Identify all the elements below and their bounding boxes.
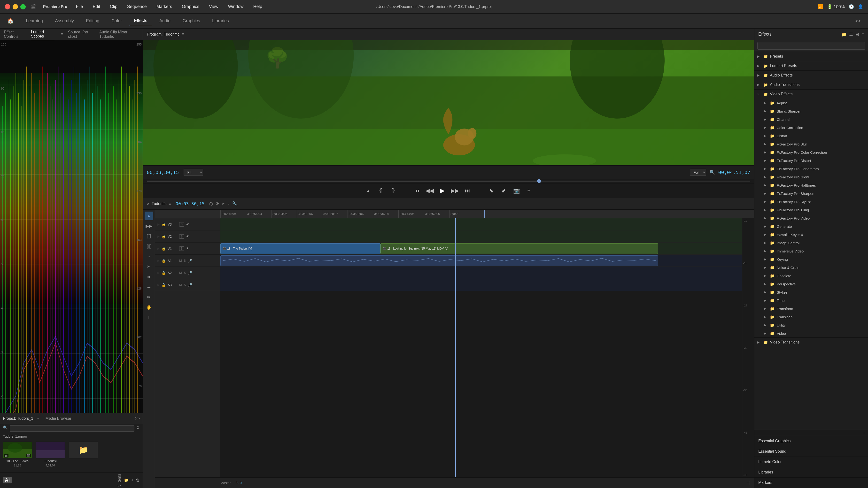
effects-category-audio-effects-header[interactable]: ▶ 📁 Audio Effects: [754, 71, 868, 80]
monitor-menu-icon[interactable]: ≡: [182, 32, 184, 37]
effect-item-keying[interactable]: ▶ 📁 Keying: [761, 255, 868, 263]
effect-item-fxfactory-blur[interactable]: ▶ 📁 FxFactory Pro Blur: [761, 140, 868, 148]
v1-toggle-icon[interactable]: ▶: [157, 247, 160, 250]
tab-color[interactable]: Color: [106, 16, 127, 26]
track-select-tool[interactable]: ▶▶: [145, 222, 153, 230]
lumetri-scopes-menu-icon[interactable]: ≡: [61, 32, 63, 37]
menu-edit[interactable]: Edit: [91, 3, 102, 10]
video-clip-1[interactable]: 🎬 18 - The Tudors [V]: [220, 243, 380, 254]
play-button[interactable]: ▶: [438, 186, 446, 195]
effect-item-perspective[interactable]: ▶ 📁 Perspective: [761, 280, 868, 288]
tab-lumetri-scopes[interactable]: Lumetri Scopes: [31, 28, 55, 40]
effect-item-image-control[interactable]: ▶ 📁 Image Control: [761, 239, 868, 247]
markers-panel[interactable]: Markers: [754, 478, 868, 488]
insert-button[interactable]: ⬊: [487, 186, 496, 195]
thumb-item-tudoriffic[interactable]: Tudoriffic 4;51;07: [36, 442, 65, 467]
add-panel-icon[interactable]: +: [863, 431, 865, 435]
a2-toggle-icon[interactable]: ▶: [157, 271, 160, 274]
a3-lock-icon[interactable]: 🔒: [161, 283, 166, 287]
effect-item-fxfactory-tiling[interactable]: ▶ 📁 FxFactory Pro Tiling: [761, 206, 868, 214]
v2-lock-icon[interactable]: 🔒: [161, 234, 166, 238]
razor-icon[interactable]: ✂: [222, 201, 225, 206]
effect-item-fxfactory-halftones[interactable]: ▶ 📁 FxFactory Pro Halftones: [761, 181, 868, 189]
menu-graphics[interactable]: Graphics: [180, 3, 201, 10]
effect-item-distort[interactable]: ▶ 📁 Distort: [761, 132, 868, 140]
quality-dropdown[interactable]: Full 1/2 1/4: [690, 169, 706, 176]
mark-in-button[interactable]: ⦃: [376, 186, 385, 195]
menu-help[interactable]: Help: [252, 3, 264, 10]
traffic-lights[interactable]: [5, 4, 26, 9]
effect-item-fxfactory-video[interactable]: ▶ 📁 FxFactory Pro Video: [761, 214, 868, 222]
effect-item-utility[interactable]: ▶ 📁 Utility: [761, 321, 868, 329]
v3-toggle-icon[interactable]: ▶: [157, 223, 160, 226]
a1-solo-button[interactable]: S: [184, 259, 186, 262]
export-frame-button[interactable]: 📷: [512, 186, 521, 195]
effect-item-immersive[interactable]: ▶ 📁 Immersive Video: [761, 247, 868, 255]
menu-clip[interactable]: Clip: [108, 3, 119, 10]
effect-item-fxfactory-generators[interactable]: ▶ 📁 FxFactory Pro Generators: [761, 165, 868, 173]
project-search-input[interactable]: [10, 425, 134, 432]
razor-tool[interactable]: ✂: [145, 262, 153, 271]
effect-item-fxfactory-sharpen[interactable]: ▶ 📁 FxFactory Pro Sharpen: [761, 189, 868, 197]
effects-category-audio-transitions-header[interactable]: ▶ 📁 Audio Transitions: [754, 80, 868, 89]
a3-toggle-icon[interactable]: ▶: [157, 283, 160, 287]
v3-eye-icon[interactable]: 👁: [186, 223, 189, 226]
effect-item-time[interactable]: ▶ 📁 Time: [761, 296, 868, 304]
close-button[interactable]: [5, 4, 10, 9]
effects-grid-icon[interactable]: ⊞: [856, 32, 859, 37]
menu-markers[interactable]: Markers: [155, 3, 174, 10]
tab-graphics[interactable]: Graphics: [178, 16, 205, 26]
ripple-edit-tool[interactable]: ⟦⟧: [145, 232, 153, 240]
lumetri-color-panel[interactable]: Lumetri Color: [754, 457, 868, 467]
essential-sound-panel[interactable]: Essential Sound: [754, 446, 868, 457]
a3-mute-button[interactable]: M: [179, 283, 182, 287]
effect-item-noise-grain[interactable]: ▶ 📁 Noise & Grain: [761, 263, 868, 271]
effect-item-fxfactory-distort[interactable]: ▶ 📁 FxFactory Pro Distort: [761, 156, 868, 165]
effects-search-input[interactable]: [757, 42, 865, 50]
thumb-item-folder[interactable]: 📁: [69, 442, 98, 467]
tab-audio[interactable]: Audio: [155, 16, 175, 26]
menu-view[interactable]: View: [208, 3, 220, 10]
project-new-bin-icon[interactable]: 📁: [124, 478, 129, 482]
effect-item-generate[interactable]: ▶ 📁 Generate: [761, 222, 868, 230]
effect-item-adjust[interactable]: ▶ 📁 Adjust: [761, 99, 868, 107]
selection-tool[interactable]: ▲: [145, 212, 153, 220]
a3-mic-icon[interactable]: 🎤: [188, 283, 192, 287]
menu-sequence[interactable]: Sequence: [126, 3, 148, 10]
tab-audio-clip-mixer[interactable]: Audio Clip Mixer: Tudorific: [99, 29, 139, 40]
effect-item-color-correction[interactable]: ▶ 📁 Color Correction: [761, 124, 868, 132]
effect-item-obsolete[interactable]: ▶ 📁 Obsolete: [761, 271, 868, 280]
tab-assembly[interactable]: Assembly: [50, 16, 79, 26]
step-forward-button[interactable]: ▶▶: [451, 186, 459, 195]
a1-mute-button[interactable]: M: [179, 259, 182, 262]
a3-solo-button[interactable]: S: [184, 283, 186, 287]
timeline-close-icon[interactable]: ✕: [147, 202, 150, 206]
effect-item-blur-sharpen[interactable]: ▶ 📁 Blur & Sharpen: [761, 107, 868, 115]
a1-lock-icon[interactable]: 🔒: [161, 259, 166, 263]
snap-icon[interactable]: 🔧: [232, 201, 238, 206]
effect-item-channel[interactable]: ▶ 📁 Channel: [761, 115, 868, 124]
pen-tool[interactable]: ✏: [145, 293, 153, 302]
tab-learning[interactable]: Learning: [21, 16, 48, 26]
tab-effect-controls[interactable]: Effect Controls: [4, 29, 26, 40]
step-back-button[interactable]: ◀◀: [425, 186, 434, 195]
effects-category-video-effects-header[interactable]: ▾ 📁 Video Effects: [754, 90, 868, 99]
menu-window[interactable]: Window: [227, 3, 245, 10]
a2-mute-button[interactable]: M: [179, 271, 182, 274]
zoom-icon[interactable]: 🔍: [710, 170, 715, 175]
effects-new-folder-icon[interactable]: 📁: [841, 32, 847, 37]
video-clip-2[interactable]: 🎬 13 - Looking for Squirrels (15-May-11)…: [380, 243, 658, 254]
v2-toggle-icon[interactable]: ▶: [157, 235, 160, 238]
effects-category-video-transitions-header[interactable]: ▶ 📁 Video Transitions: [754, 338, 868, 347]
slip-tool[interactable]: ⬌: [145, 272, 153, 281]
effect-item-stylize[interactable]: ▶ 📁 Stylize: [761, 288, 868, 296]
effect-item-fxfactory-stylize[interactable]: ▶ 📁 FxFactory Pro Stylize: [761, 197, 868, 206]
v2-sync[interactable]: S: [179, 234, 184, 239]
audio-clip-1[interactable]: [220, 255, 658, 266]
effects-list-icon[interactable]: ☰: [849, 32, 853, 37]
v1-lock-icon[interactable]: 🔒: [161, 247, 166, 251]
mark-out-button[interactable]: ⦄: [389, 186, 398, 195]
v1-eye-icon[interactable]: 👁: [186, 247, 189, 251]
more-tabs-button[interactable]: >>: [855, 18, 861, 24]
ripple-edit-icon[interactable]: ⬡: [209, 201, 213, 206]
